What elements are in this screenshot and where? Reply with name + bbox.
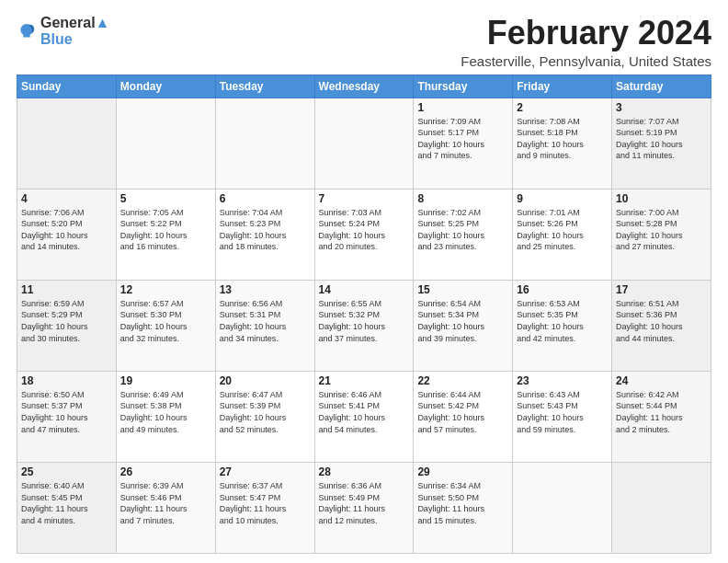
calendar-cell: 6Sunrise: 7:04 AM Sunset: 5:23 PM Daylig… [215,189,314,280]
col-wednesday: Wednesday [314,75,414,98]
day-number: 3 [616,101,707,114]
calendar-cell [215,98,314,189]
calendar-cell: 17Sunrise: 6:51 AM Sunset: 5:36 PM Dayli… [612,280,711,371]
day-number: 5 [120,192,211,205]
day-info: Sunrise: 6:51 AM Sunset: 5:36 PM Dayligh… [616,298,707,344]
col-monday: Monday [116,75,215,98]
calendar-cell: 12Sunrise: 6:57 AM Sunset: 5:30 PM Dayli… [116,280,215,371]
calendar-cell: 19Sunrise: 6:49 AM Sunset: 5:38 PM Dayli… [116,371,215,462]
day-number: 26 [120,465,211,478]
col-friday: Friday [513,75,612,98]
day-info: Sunrise: 6:49 AM Sunset: 5:38 PM Dayligh… [120,389,211,435]
day-number: 24 [616,374,707,387]
calendar-table: Sunday Monday Tuesday Wednesday Thursday… [17,75,711,554]
day-number: 10 [616,192,707,205]
day-info: Sunrise: 6:37 AM Sunset: 5:47 PM Dayligh… [220,480,311,526]
main-title: February 2024 [461,15,711,52]
calendar-cell: 1Sunrise: 7:09 AM Sunset: 5:17 PM Daylig… [414,98,513,189]
day-info: Sunrise: 6:57 AM Sunset: 5:30 PM Dayligh… [120,298,211,344]
day-number: 13 [220,283,311,296]
day-info: Sunrise: 6:44 AM Sunset: 5:42 PM Dayligh… [417,389,508,435]
day-number: 14 [319,283,410,296]
day-number: 16 [517,283,608,296]
day-info: Sunrise: 7:07 AM Sunset: 5:19 PM Dayligh… [616,116,707,162]
day-info: Sunrise: 6:50 AM Sunset: 5:37 PM Dayligh… [21,389,112,435]
calendar-cell: 3Sunrise: 7:07 AM Sunset: 5:19 PM Daylig… [612,98,711,189]
calendar-week-row: 1Sunrise: 7:09 AM Sunset: 5:17 PM Daylig… [17,98,711,189]
day-info: Sunrise: 6:40 AM Sunset: 5:45 PM Dayligh… [21,480,112,526]
calendar-cell: 10Sunrise: 7:00 AM Sunset: 5:28 PM Dayli… [612,189,711,280]
col-tuesday: Tuesday [215,75,314,98]
day-number: 23 [517,374,608,387]
calendar-cell [314,98,414,189]
day-number: 8 [417,192,508,205]
day-info: Sunrise: 6:55 AM Sunset: 5:32 PM Dayligh… [319,298,410,344]
day-number: 20 [220,374,311,387]
day-info: Sunrise: 6:43 AM Sunset: 5:43 PM Dayligh… [517,389,608,435]
day-info: Sunrise: 6:46 AM Sunset: 5:41 PM Dayligh… [319,389,410,435]
day-number: 28 [319,465,410,478]
day-info: Sunrise: 7:08 AM Sunset: 5:18 PM Dayligh… [517,116,608,162]
calendar-cell: 14Sunrise: 6:55 AM Sunset: 5:32 PM Dayli… [314,280,414,371]
calendar-cell [17,98,117,189]
day-info: Sunrise: 6:36 AM Sunset: 5:49 PM Dayligh… [319,480,410,526]
calendar-cell [612,462,711,553]
calendar-cell: 11Sunrise: 6:59 AM Sunset: 5:29 PM Dayli… [17,280,117,371]
day-info: Sunrise: 7:09 AM Sunset: 5:17 PM Dayligh… [417,116,508,162]
calendar-cell: 2Sunrise: 7:08 AM Sunset: 5:18 PM Daylig… [513,98,612,189]
day-info: Sunrise: 7:03 AM Sunset: 5:24 PM Dayligh… [319,207,410,253]
day-number: 1 [417,101,508,114]
day-info: Sunrise: 6:39 AM Sunset: 5:46 PM Dayligh… [120,480,211,526]
day-number: 27 [220,465,311,478]
day-info: Sunrise: 7:06 AM Sunset: 5:20 PM Dayligh… [21,207,112,253]
day-info: Sunrise: 7:00 AM Sunset: 5:28 PM Dayligh… [616,207,707,253]
calendar-cell: 8Sunrise: 7:02 AM Sunset: 5:25 PM Daylig… [414,189,513,280]
calendar-cell: 25Sunrise: 6:40 AM Sunset: 5:45 PM Dayli… [17,462,117,553]
calendar-week-row: 25Sunrise: 6:40 AM Sunset: 5:45 PM Dayli… [17,462,711,553]
day-number: 12 [120,283,211,296]
calendar-cell: 22Sunrise: 6:44 AM Sunset: 5:42 PM Dayli… [414,371,513,462]
day-number: 19 [120,374,211,387]
day-number: 15 [417,283,508,296]
calendar-header-row: Sunday Monday Tuesday Wednesday Thursday… [17,75,711,98]
day-number: 9 [517,192,608,205]
col-thursday: Thursday [414,75,513,98]
calendar-cell: 7Sunrise: 7:03 AM Sunset: 5:24 PM Daylig… [314,189,414,280]
day-info: Sunrise: 7:01 AM Sunset: 5:26 PM Dayligh… [517,207,608,253]
calendar-week-row: 18Sunrise: 6:50 AM Sunset: 5:37 PM Dayli… [17,371,711,462]
day-number: 22 [417,374,508,387]
day-number: 25 [21,465,112,478]
calendar-cell: 5Sunrise: 7:05 AM Sunset: 5:22 PM Daylig… [116,189,215,280]
day-info: Sunrise: 7:05 AM Sunset: 5:22 PM Dayligh… [120,207,211,253]
day-info: Sunrise: 7:02 AM Sunset: 5:25 PM Dayligh… [417,207,508,253]
day-number: 6 [220,192,311,205]
subtitle: Feasterville, Pennsylvania, United State… [461,53,711,69]
calendar-cell [116,98,215,189]
calendar-cell: 24Sunrise: 6:42 AM Sunset: 5:44 PM Dayli… [612,371,711,462]
day-info: Sunrise: 6:54 AM Sunset: 5:34 PM Dayligh… [417,298,508,344]
day-info: Sunrise: 7:04 AM Sunset: 5:23 PM Dayligh… [220,207,311,253]
day-number: 29 [417,465,508,478]
calendar-cell: 29Sunrise: 6:34 AM Sunset: 5:50 PM Dayli… [414,462,513,553]
calendar-cell: 21Sunrise: 6:46 AM Sunset: 5:41 PM Dayli… [314,371,414,462]
day-info: Sunrise: 6:47 AM Sunset: 5:39 PM Dayligh… [220,389,311,435]
calendar-cell: 28Sunrise: 6:36 AM Sunset: 5:49 PM Dayli… [314,462,414,553]
day-info: Sunrise: 6:59 AM Sunset: 5:29 PM Dayligh… [21,298,112,344]
col-sunday: Sunday [17,75,117,98]
day-info: Sunrise: 6:56 AM Sunset: 5:31 PM Dayligh… [220,298,311,344]
calendar-week-row: 11Sunrise: 6:59 AM Sunset: 5:29 PM Dayli… [17,280,711,371]
day-info: Sunrise: 6:42 AM Sunset: 5:44 PM Dayligh… [616,389,707,435]
day-number: 21 [319,374,410,387]
calendar-cell: 27Sunrise: 6:37 AM Sunset: 5:47 PM Dayli… [215,462,314,553]
day-number: 18 [21,374,112,387]
logo-text: General▲ Blue [40,15,109,48]
day-number: 11 [21,283,112,296]
day-number: 2 [517,101,608,114]
header: General▲ Blue February 2024 Feasterville… [17,15,711,69]
col-saturday: Saturday [612,75,711,98]
day-number: 4 [21,192,112,205]
logo-icon [17,21,37,41]
page: General▲ Blue February 2024 Feasterville… [0,0,728,563]
calendar-cell: 16Sunrise: 6:53 AM Sunset: 5:35 PM Dayli… [513,280,612,371]
calendar-cell: 15Sunrise: 6:54 AM Sunset: 5:34 PM Dayli… [414,280,513,371]
